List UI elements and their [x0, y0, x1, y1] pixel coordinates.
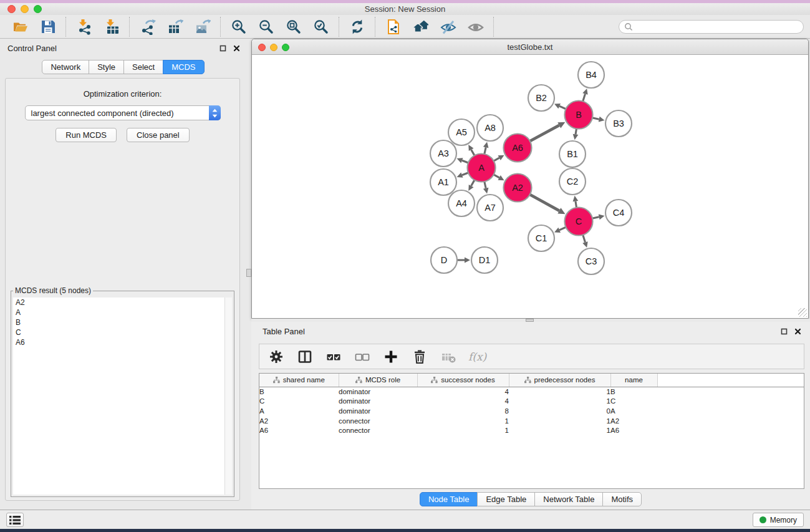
- graph-node-B4[interactable]: B4: [578, 62, 604, 88]
- table-row[interactable]: Adominator80A: [259, 406, 804, 416]
- float-panel-icon[interactable]: [781, 328, 788, 335]
- zoom-window-button[interactable]: [34, 5, 42, 13]
- table-cell[interactable]: B: [610, 387, 657, 397]
- graph-node-A1[interactable]: A1: [430, 169, 456, 195]
- table-cell[interactable]: 0: [509, 406, 610, 416]
- new-network-from-selection-icon[interactable]: [385, 18, 402, 35]
- unselect-all-icon[interactable]: [354, 348, 370, 365]
- table-cell[interactable]: A: [610, 406, 657, 416]
- minimize-window-button[interactable]: [21, 5, 29, 13]
- delete-column-icon[interactable]: [411, 348, 428, 365]
- table-row[interactable]: A6connector11A6: [259, 425, 804, 435]
- table-cell[interactable]: 1: [509, 397, 610, 407]
- table-cell[interactable]: 1: [417, 425, 509, 435]
- tab-node-table[interactable]: Node Table: [420, 492, 478, 506]
- table-cell[interactable]: A6: [259, 425, 339, 435]
- mcds-result-item[interactable]: A2: [13, 297, 224, 307]
- column-header[interactable]: MCDS role: [339, 374, 417, 387]
- table-cell[interactable]: 4: [417, 397, 509, 407]
- scrollbar[interactable]: [224, 297, 232, 495]
- tab-select[interactable]: Select: [123, 60, 163, 74]
- column-header[interactable]: predecessor nodes: [509, 374, 610, 387]
- mcds-result-item[interactable]: A6: [13, 337, 224, 347]
- function-builder-icon[interactable]: f(x): [468, 351, 486, 363]
- columns-icon[interactable]: [296, 348, 313, 365]
- tab-network[interactable]: Network: [42, 60, 89, 74]
- run-mcds-button[interactable]: Run MCDS: [55, 128, 117, 142]
- table-row[interactable]: A2connector11A2: [259, 416, 804, 426]
- close-panel-button[interactable]: Close panel: [127, 128, 190, 142]
- export-image-icon[interactable]: [194, 18, 211, 35]
- table-cell[interactable]: A6: [610, 425, 657, 435]
- graph-node-A2[interactable]: A2: [504, 174, 532, 202]
- table-cell[interactable]: dominator: [339, 397, 417, 407]
- table-cell[interactable]: A: [259, 406, 339, 416]
- table-cell[interactable]: connector: [339, 416, 417, 426]
- import-table-icon[interactable]: [103, 18, 120, 35]
- close-window-button[interactable]: [7, 5, 16, 13]
- graph-node-C3[interactable]: C3: [578, 248, 604, 274]
- table-row[interactable]: Bdominator41B: [259, 387, 804, 397]
- table-cell[interactable]: dominator: [339, 387, 417, 397]
- graph-node-B[interactable]: B: [565, 101, 593, 129]
- table-cell[interactable]: 8: [417, 406, 509, 416]
- tab-mcds[interactable]: MCDS: [163, 60, 204, 74]
- table-cell[interactable]: 1: [509, 425, 610, 435]
- graph-node-C[interactable]: C: [565, 208, 593, 236]
- table-cell[interactable]: connector: [339, 425, 417, 435]
- graph-node-A4[interactable]: A4: [448, 190, 475, 216]
- column-header[interactable]: name: [610, 374, 657, 387]
- search-box[interactable]: [619, 20, 804, 34]
- zoom-network-window-button[interactable]: [282, 44, 289, 51]
- graph-node-A5[interactable]: A5: [448, 119, 475, 145]
- zoom-fit-icon[interactable]: [285, 18, 302, 35]
- export-network-icon[interactable]: [139, 18, 156, 35]
- zoom-out-icon[interactable]: [258, 18, 274, 35]
- graph-node-A8[interactable]: A8: [477, 115, 503, 141]
- table-cell[interactable]: B: [259, 387, 339, 397]
- zoom-selected-icon[interactable]: [312, 18, 329, 35]
- import-network-icon[interactable]: [75, 18, 92, 35]
- graph-node-B2[interactable]: B2: [528, 85, 554, 111]
- add-column-icon[interactable]: [382, 348, 399, 365]
- table-cell[interactable]: 1: [509, 416, 610, 426]
- mcds-result-item[interactable]: A: [13, 307, 224, 317]
- graph-node-C4[interactable]: C4: [605, 200, 632, 226]
- settings-icon[interactable]: [268, 348, 284, 365]
- table-cell[interactable]: 1: [509, 387, 610, 397]
- open-session-icon[interactable]: [12, 18, 29, 35]
- table-cell[interactable]: C: [259, 397, 339, 407]
- memory-button[interactable]: Memory: [753, 513, 804, 527]
- float-panel-icon[interactable]: [219, 45, 226, 52]
- graph-node-A[interactable]: A: [468, 154, 496, 182]
- graph-node-B1[interactable]: B1: [559, 141, 586, 167]
- splitter-handle[interactable]: [246, 269, 251, 277]
- select-all-icon[interactable]: [325, 348, 342, 365]
- table-cell[interactable]: 4: [417, 387, 509, 397]
- close-panel-icon[interactable]: [794, 328, 801, 335]
- graph-node-C1[interactable]: C1: [528, 225, 554, 251]
- delete-table-icon[interactable]: [440, 348, 456, 365]
- graph-node-D[interactable]: D: [431, 247, 457, 273]
- first-neighbors-icon[interactable]: [412, 18, 429, 35]
- resize-grip-icon[interactable]: [798, 308, 807, 317]
- show-all-icon[interactable]: [467, 18, 484, 35]
- search-input[interactable]: [636, 22, 798, 31]
- mcds-result-item[interactable]: B: [13, 317, 224, 327]
- export-table-icon[interactable]: [166, 18, 183, 35]
- table-cell[interactable]: A2: [259, 416, 339, 426]
- close-panel-icon[interactable]: [233, 45, 240, 52]
- minimize-network-window-button[interactable]: [270, 44, 277, 51]
- graph-node-A3[interactable]: A3: [430, 140, 456, 167]
- graph-node-B3[interactable]: B3: [605, 110, 632, 137]
- table-cell[interactable]: dominator: [339, 406, 417, 416]
- network-canvas[interactable]: B4B2BB3A8A5A6A3B1AA1C2A2A4A7C4CC1C3DD1: [253, 56, 808, 317]
- graph-node-A6[interactable]: A6: [504, 134, 532, 162]
- table-row[interactable]: Cdominator41C: [259, 397, 804, 407]
- refresh-icon[interactable]: [349, 18, 365, 35]
- save-session-icon[interactable]: [39, 18, 56, 35]
- tab-motifs[interactable]: Motifs: [602, 492, 642, 506]
- tab-edge-table[interactable]: Edge Table: [477, 492, 535, 506]
- graph-node-D1[interactable]: D1: [471, 247, 498, 273]
- column-header[interactable]: shared name: [259, 374, 339, 387]
